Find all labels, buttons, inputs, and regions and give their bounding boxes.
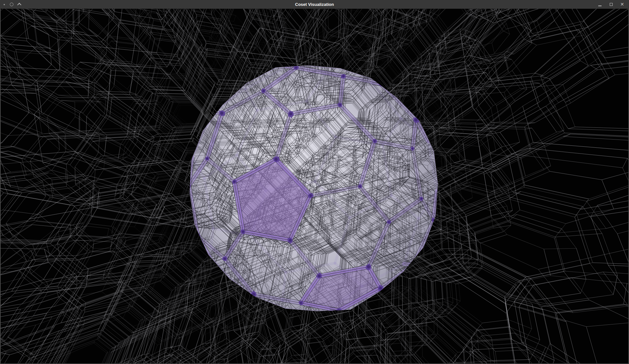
dot-indicator-icon (4, 4, 5, 5)
maximize-button[interactable] (609, 0, 613, 9)
minimize-icon (598, 6, 602, 6)
maximize-icon (610, 3, 613, 6)
close-button[interactable]: ✕ (620, 0, 624, 9)
minimize-button[interactable] (598, 0, 602, 9)
chevron-up-icon[interactable] (17, 3, 22, 7)
coset-canvas[interactable] (1, 9, 628, 363)
viewport-frame (0, 9, 629, 364)
titlebar-left-icons (0, 0, 21, 9)
circle-icon[interactable] (10, 3, 13, 6)
window-controls: ✕ (598, 0, 629, 9)
window-title: Coset Visualization (0, 0, 629, 9)
titlebar[interactable]: Coset Visualization ✕ (0, 0, 629, 9)
